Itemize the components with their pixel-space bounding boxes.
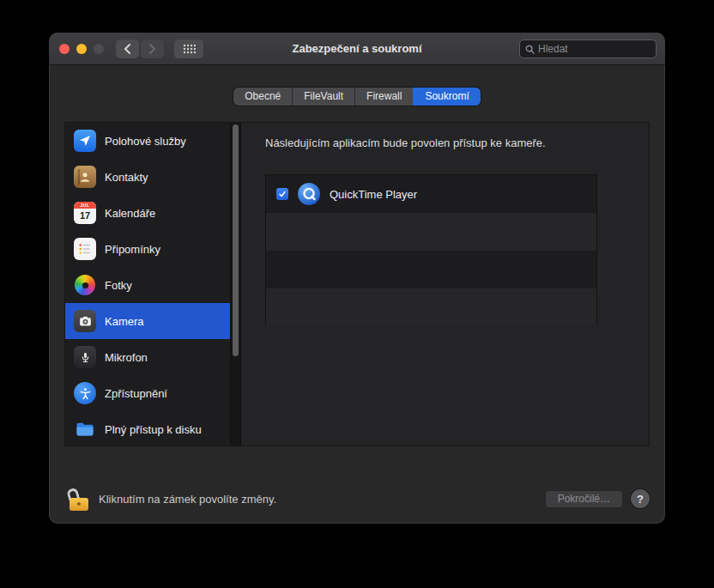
sidebar-item-photos[interactable]: Fotky bbox=[65, 267, 240, 303]
traffic-lights bbox=[59, 44, 104, 54]
app-checkbox[interactable] bbox=[276, 188, 288, 200]
sidebar-scrollbar[interactable] bbox=[230, 123, 240, 446]
empty-list-row bbox=[266, 251, 596, 288]
app-row-quicktime[interactable]: QuickTime Player bbox=[266, 175, 596, 213]
pane-description: Následujícím aplikacím bude povolen přís… bbox=[265, 136, 546, 149]
sidebar-item-accessibility[interactable]: Zpřístupnění bbox=[65, 375, 240, 411]
checkmark-icon bbox=[278, 190, 287, 198]
sidebar-item-contacts[interactable]: Kontakty bbox=[65, 159, 240, 195]
back-button[interactable] bbox=[116, 39, 139, 58]
grid-icon bbox=[183, 44, 196, 54]
sidebar-item-label: Polohové služby bbox=[105, 135, 186, 148]
sidebar-item-calendars[interactable]: JUL 17 Kalendáře bbox=[65, 195, 240, 231]
photos-icon bbox=[74, 274, 96, 296]
lock-hint-text: Kliknutím na zámek povolíte změny. bbox=[99, 493, 545, 506]
microphone-icon bbox=[74, 346, 96, 368]
sidebar-item-label: Připomínky bbox=[105, 243, 160, 256]
tab-filevault[interactable]: FileVault bbox=[292, 88, 354, 106]
footer: Kliknutím na zámek povolíte změny. Pokro… bbox=[70, 486, 650, 512]
sidebar-item-label: Kontakty bbox=[105, 171, 148, 184]
search-input[interactable] bbox=[538, 43, 650, 55]
tab-general[interactable]: Obecné bbox=[233, 88, 292, 106]
tab-privacy[interactable]: Soukromí bbox=[413, 88, 480, 106]
advanced-button[interactable]: Pokročilé… bbox=[545, 490, 623, 508]
privacy-sidebar: Polohové služby Kontakty JUL 17 Kalendář… bbox=[65, 123, 241, 446]
camera-icon bbox=[74, 310, 96, 332]
tab-firewall[interactable]: Firewall bbox=[354, 88, 413, 106]
show-all-button[interactable] bbox=[174, 39, 203, 58]
tabs-segmented-control: Obecné FileVault Firewall Soukromí bbox=[233, 88, 481, 106]
sidebar-item-label: Kalendáře bbox=[105, 207, 155, 220]
close-button[interactable] bbox=[59, 44, 70, 54]
tab-bar: Obecné FileVault Firewall Soukromí bbox=[49, 88, 665, 106]
scrollbar-thumb[interactable] bbox=[233, 124, 239, 356]
sidebar-item-full-disk-access[interactable]: Plný přístup k disku bbox=[65, 411, 240, 446]
sidebar-item-camera[interactable]: Kamera bbox=[65, 303, 240, 339]
sidebar-item-reminders[interactable]: Připomínky bbox=[65, 231, 240, 267]
calendar-icon: JUL 17 bbox=[74, 202, 96, 224]
sidebar-item-label: Zpřístupnění bbox=[105, 387, 167, 400]
search-field[interactable] bbox=[519, 39, 657, 58]
sidebar-item-microphone[interactable]: Mikrofon bbox=[65, 339, 240, 375]
allowed-apps-list: QuickTime Player bbox=[265, 174, 597, 326]
chevron-right-icon bbox=[148, 44, 156, 54]
contacts-icon bbox=[74, 166, 96, 188]
camera-permissions-pane: Následujícím aplikacím bude povolen přís… bbox=[241, 123, 649, 446]
empty-list-row bbox=[266, 288, 596, 326]
sidebar-item-label: Kamera bbox=[105, 315, 144, 328]
full-disk-icon bbox=[74, 418, 96, 440]
unlocked-lock-icon[interactable] bbox=[70, 487, 88, 511]
title-bar[interactable]: Zabezpečení a soukromí bbox=[49, 33, 665, 65]
sidebar-item-label: Mikrofon bbox=[105, 351, 148, 364]
accessibility-icon bbox=[74, 382, 96, 404]
forward-button bbox=[141, 39, 164, 58]
privacy-panel: Polohové služby Kontakty JUL 17 Kalendář… bbox=[64, 122, 650, 446]
sidebar-item-location-services[interactable]: Polohové služby bbox=[65, 123, 240, 159]
app-name: QuickTime Player bbox=[330, 188, 417, 201]
nav-buttons bbox=[116, 39, 164, 58]
help-button[interactable]: ? bbox=[631, 489, 650, 508]
sidebar-item-label: Fotky bbox=[105, 279, 132, 292]
quicktime-player-icon bbox=[298, 183, 320, 205]
minimize-button[interactable] bbox=[76, 44, 87, 54]
zoom-button bbox=[94, 44, 104, 54]
calendar-icon-month: JUL bbox=[74, 202, 96, 209]
calendar-icon-day: 17 bbox=[74, 209, 96, 224]
chevron-left-icon bbox=[124, 44, 131, 54]
reminders-icon bbox=[74, 238, 96, 260]
security-privacy-window: Zabezpečení a soukromí bbox=[49, 33, 665, 524]
empty-list-row bbox=[266, 213, 596, 251]
location-arrow-icon bbox=[74, 130, 96, 152]
search-icon bbox=[525, 45, 535, 54]
sidebar-item-label: Plný přístup k disku bbox=[105, 423, 202, 436]
